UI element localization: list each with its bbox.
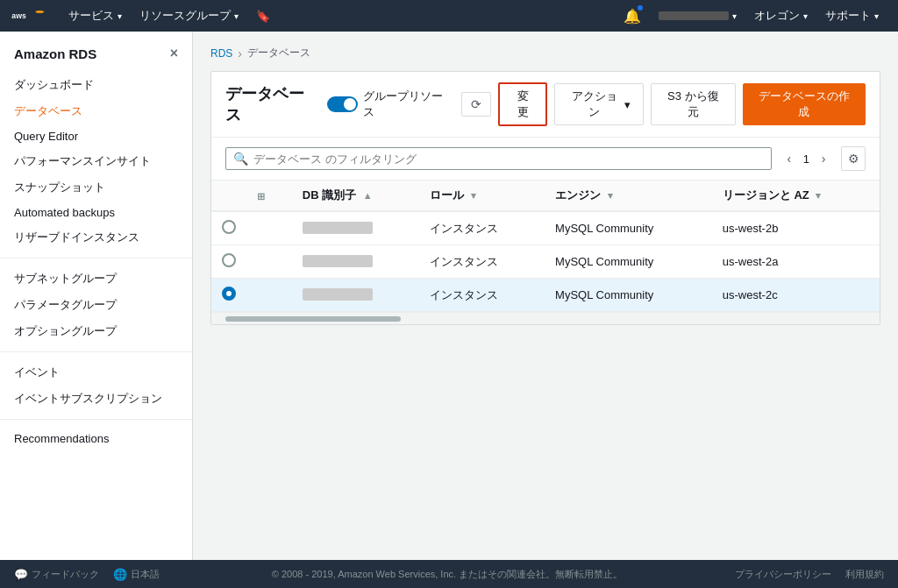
breadcrumb: RDS › データベース <box>210 46 880 60</box>
terms-link[interactable]: 利用規約 <box>845 568 884 581</box>
sidebar-item-reserved-instances[interactable]: リザーブドインスタンス <box>0 224 192 251</box>
row3-region-az-cell: us-west-2c <box>712 279 880 312</box>
expand-icon[interactable]: ⊞ <box>257 191 265 202</box>
sidebar-item-events[interactable]: イベント <box>0 359 192 386</box>
col-region-az: リージョンと AZ ▾ <box>712 181 880 211</box>
sidebar-item-dashboard[interactable]: ダッシュボード <box>0 72 192 98</box>
table-settings-button[interactable]: ⚙ <box>841 146 866 171</box>
row1-db-id-link[interactable] <box>303 222 373 235</box>
sort-db-id-icon[interactable]: ▲ <box>363 190 373 201</box>
row2-db-id-link[interactable] <box>303 255 373 268</box>
row2-db-id-cell <box>292 245 420 279</box>
region-menu[interactable]: オレゴン ▾ <box>745 0 816 32</box>
top-navigation: aws サービス ▾ リソースグループ ▾ 🔖 🔔 ▾ オレゴン ▾ サポート … <box>0 0 898 32</box>
row3-db-id-link[interactable] <box>303 288 373 301</box>
col-db-id: DB 識別子 ▲ <box>292 181 420 211</box>
sidebar-divider-1 <box>0 258 192 259</box>
sidebar-item-query-editor[interactable]: Query Editor <box>0 124 192 148</box>
support-menu[interactable]: サポート ▾ <box>816 0 887 32</box>
notifications-button[interactable]: 🔔 <box>615 0 650 32</box>
username-display <box>659 11 729 20</box>
feedback-icon: 💬 <box>14 568 28 581</box>
sort-engine-icon[interactable]: ▾ <box>608 190 613 201</box>
resources-menu[interactable]: リソースグループ ▾ <box>131 0 247 32</box>
row1-expand-cell <box>246 211 292 245</box>
privacy-policy-link[interactable]: プライバシーポリシー <box>735 568 831 581</box>
language-button[interactable]: 🌐 日本語 <box>113 568 160 581</box>
breadcrumb-rds-link[interactable]: RDS <box>210 47 232 60</box>
group-resources-toggle-wrap: グループリソース <box>327 89 451 120</box>
bookmarks-icon-btn[interactable]: 🔖 <box>247 0 279 32</box>
row1-engine-cell: MySQL Community <box>545 211 712 245</box>
table-row: インスタンス MySQL Community us-west-2b <box>211 211 880 245</box>
services-caret-icon: ▾ <box>118 11 122 21</box>
nav-right-section: 🔔 ▾ オレゴン ▾ サポート ▾ <box>615 0 887 32</box>
search-input[interactable] <box>253 152 764 166</box>
header-actions: ⟳ 変更 アクション ▾ S3 から復元 データベースの作成 <box>461 82 866 126</box>
services-menu[interactable]: サービス ▾ <box>60 0 131 32</box>
scrollbar-thumb[interactable] <box>225 316 401 322</box>
group-resources-label: グループリソース <box>363 89 451 120</box>
create-database-button[interactable]: データベースの作成 <box>743 83 866 125</box>
footer-left: 💬 フィードバック 🌐 日本語 <box>14 568 160 581</box>
support-caret-icon: ▾ <box>874 11 879 21</box>
row1-radio[interactable] <box>222 220 236 234</box>
actions-button[interactable]: アクション ▾ <box>554 83 643 125</box>
sidebar-item-event-subscriptions[interactable]: イベントサブスクリプション <box>0 386 192 412</box>
row2-engine-cell: MySQL Community <box>545 245 712 279</box>
group-resources-toggle[interactable] <box>327 96 358 112</box>
row2-radio[interactable] <box>222 253 236 267</box>
table-header: ⊞ DB 識別子 ▲ ロール ▾ エンジン ▾ <box>211 181 880 211</box>
row2-select-cell[interactable] <box>211 245 246 279</box>
language-icon: 🌐 <box>113 568 127 581</box>
sidebar-close-button[interactable]: × <box>170 46 178 61</box>
table-row: インスタンス MySQL Community us-west-2a <box>211 245 880 279</box>
row1-db-id-blurred <box>303 222 373 234</box>
sort-role-icon[interactable]: ▾ <box>471 190 476 201</box>
footer: 💬 フィードバック 🌐 日本語 © 2008 - 2019, Amazon We… <box>0 560 898 588</box>
sidebar-item-performance[interactable]: パフォーマンスインサイト <box>0 148 192 174</box>
modify-button[interactable]: 変更 <box>498 82 547 126</box>
sidebar-item-snapshots[interactable]: スナップショット <box>0 174 192 201</box>
next-page-button[interactable]: › <box>813 148 834 169</box>
row3-db-id-cell <box>292 279 420 312</box>
restore-from-s3-button[interactable]: S3 から復元 <box>651 83 736 125</box>
search-input-wrap: 🔍 <box>225 147 772 170</box>
row3-radio[interactable] <box>222 287 236 301</box>
databases-panel: データベース グループリソース ⟳ 変更 アクション ▾ S3 から復元 データ… <box>210 71 880 325</box>
sidebar-item-subnet-groups[interactable]: サブネットグループ <box>0 266 192 292</box>
bookmark-icon: 🔖 <box>256 10 270 23</box>
row3-select-cell[interactable] <box>211 279 246 312</box>
table-row: インスタンス MySQL Community us-west-2c <box>211 279 880 312</box>
sidebar: Amazon RDS × ダッシュボード データベース Query Editor… <box>0 32 193 560</box>
aws-logo[interactable]: aws <box>11 5 46 26</box>
sidebar-item-parameter-groups[interactable]: パラメータグループ <box>0 292 192 318</box>
sidebar-item-automated-backups[interactable]: Automated backups <box>0 201 192 224</box>
col-select <box>211 181 246 211</box>
sidebar-title: Amazon RDS × <box>0 42 192 72</box>
notification-dot <box>638 5 643 11</box>
sidebar-item-databases[interactable]: データベース <box>0 98 192 124</box>
page-title: データベース <box>225 83 317 125</box>
prev-page-button[interactable]: ‹ <box>779 148 800 169</box>
row2-db-id-blurred <box>303 255 373 267</box>
footer-copyright: © 2008 - 2019, Amazon Web Services, Inc.… <box>177 568 717 581</box>
refresh-button[interactable]: ⟳ <box>461 92 491 117</box>
breadcrumb-current: データベース <box>247 46 310 60</box>
row2-role-cell: インスタンス <box>419 245 545 279</box>
search-icon: 🔍 <box>233 152 248 166</box>
pagination: ‹ 1 › <box>779 148 834 169</box>
horizontal-scrollbar <box>211 312 880 324</box>
feedback-button[interactable]: 💬 フィードバック <box>14 568 99 581</box>
sidebar-item-option-groups[interactable]: オプショングループ <box>0 318 192 344</box>
sidebar-item-recommendations[interactable]: Recommendations <box>0 427 192 450</box>
svg-text:aws: aws <box>11 11 26 20</box>
actions-caret-icon: ▾ <box>624 98 631 111</box>
user-menu[interactable]: ▾ <box>650 0 745 32</box>
databases-table: ⊞ DB 識別子 ▲ ロール ▾ エンジン ▾ <box>211 181 880 312</box>
col-role: ロール ▾ <box>419 181 545 211</box>
row3-engine-cell: MySQL Community <box>545 279 712 312</box>
sort-region-az-icon[interactable]: ▾ <box>816 190 821 201</box>
row1-select-cell[interactable] <box>211 211 246 245</box>
main-content: RDS › データベース データベース グループリソース ⟳ 変更 アクション … <box>193 32 898 560</box>
